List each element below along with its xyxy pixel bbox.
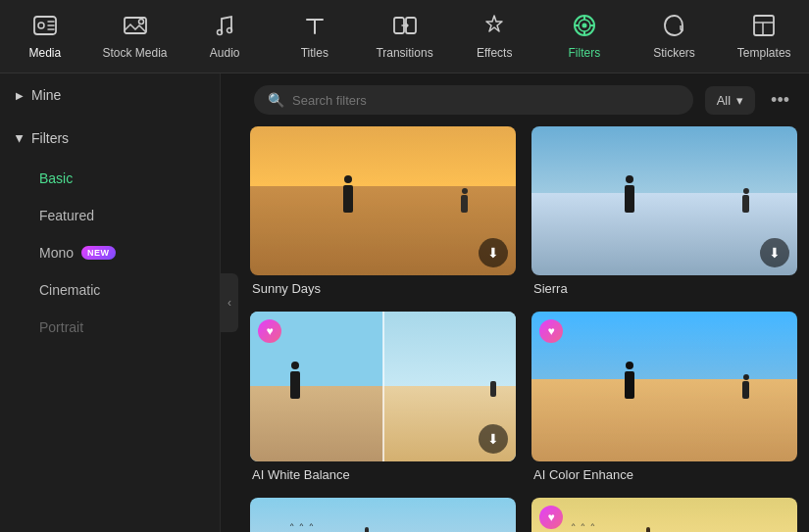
- transitions-icon: [392, 13, 418, 42]
- nav-item-stock-media[interactable]: Stock Media: [90, 0, 180, 73]
- nav-item-templates[interactable]: Templates: [719, 0, 809, 73]
- filter-card-drum2[interactable]: ^ ^ ^ ^ ^ ^ ^ ^ ♥: [531, 498, 797, 532]
- more-icon: •••: [771, 90, 789, 110]
- nav-item-stickers[interactable]: Stickers: [630, 0, 720, 73]
- more-options-button[interactable]: •••: [767, 86, 793, 115]
- sunny-days-figure: [343, 185, 353, 213]
- mine-arrow-icon: ▶: [16, 90, 24, 101]
- sidebar: ▶ Mine ▶ Filters Basic Featured Mono NEW…: [0, 73, 221, 532]
- collapse-arrow-icon: ‹: [228, 296, 231, 310]
- sidebar-mine-label: Mine: [31, 87, 61, 103]
- filters-arrow-icon: ▶: [15, 134, 25, 142]
- ai-color-enhance-label: AI Color Enhance: [531, 467, 797, 482]
- sidebar-mono-label: Mono: [39, 245, 74, 261]
- nav-label-templates: Templates: [737, 46, 791, 60]
- split-line: [382, 312, 384, 460]
- nav-label-stock-media: Stock Media: [102, 46, 167, 60]
- svg-point-5: [228, 28, 232, 33]
- drum2-heart-icon: ♥: [539, 506, 563, 529]
- nav-label-media: Media: [28, 46, 61, 60]
- sidebar-mine-section[interactable]: ▶ Mine: [0, 73, 220, 117]
- nav-label-effects: Effects: [477, 46, 512, 60]
- sidebar-filters-label: Filters: [31, 130, 69, 146]
- sierra-label: Sierra: [531, 281, 797, 296]
- svg-point-3: [138, 20, 143, 24]
- ai-color-figure-small: [742, 381, 749, 399]
- sierra-figure: [625, 185, 634, 213]
- sidebar-cinematic-label: Cinematic: [39, 282, 100, 298]
- filter-grid: ⬇ Sunny Days ⬇ Sierra: [238, 126, 809, 532]
- nav-label-stickers: Stickers: [653, 46, 695, 60]
- media-icon: [32, 13, 58, 42]
- svg-point-10: [581, 24, 586, 28]
- sidebar-portrait-label: Portrait: [39, 319, 83, 335]
- sunny-days-label: Sunny Days: [250, 281, 516, 296]
- search-bar: 🔍 All ▾ •••: [238, 73, 809, 126]
- ai-wb-figure-right: [490, 381, 496, 397]
- drum2-thumbnail: ^ ^ ^ ^ ^ ^ ^ ^ ♥: [531, 498, 797, 532]
- sidebar-item-portrait[interactable]: Portrait: [0, 309, 220, 346]
- drum2-pole: [646, 527, 650, 532]
- ai-color-figure: [625, 371, 634, 399]
- top-nav: Media Stock Media Audio Titles: [0, 0, 809, 73]
- ai-wb-figure-left: [290, 371, 300, 399]
- mono-new-badge: NEW: [81, 246, 116, 260]
- stock-media-icon: [123, 13, 148, 42]
- nav-item-media[interactable]: Media: [0, 0, 90, 73]
- filter-card-ai-white-balance[interactable]: ♥ ⬇ AI White Balance: [250, 312, 516, 481]
- filters-icon: [572, 13, 597, 42]
- search-input[interactable]: [292, 93, 680, 108]
- filter-all-label: All: [717, 93, 731, 108]
- sidebar-item-mono[interactable]: Mono NEW: [0, 234, 220, 271]
- ai-white-balance-label: AI White Balance: [250, 467, 516, 482]
- svg-rect-15: [754, 16, 774, 35]
- main-area: ▶ Mine ▶ Filters Basic Featured Mono NEW…: [0, 73, 809, 532]
- search-icon: 🔍: [268, 92, 284, 108]
- nav-label-filters: Filters: [569, 46, 601, 60]
- nav-item-transitions[interactable]: Transitions: [360, 0, 450, 73]
- sierra-thumbnail: ⬇: [531, 126, 797, 275]
- ai-color-enhance-thumbnail: ♥: [531, 312, 797, 460]
- sunny-days-figure-small: [461, 195, 468, 213]
- audio-icon: [212, 13, 237, 42]
- sidebar-item-featured[interactable]: Featured: [0, 197, 220, 234]
- filter-card-sunny-days[interactable]: ⬇ Sunny Days: [250, 126, 516, 296]
- sidebar-featured-label: Featured: [39, 208, 94, 223]
- filter-all-button[interactable]: All ▾: [705, 86, 755, 115]
- ai-white-balance-thumbnail: ♥ ⬇: [250, 312, 516, 460]
- sunny-days-thumbnail: ⬇: [250, 126, 516, 275]
- drum2-birds-icon: ^ ^ ^ ^ ^ ^ ^ ^: [572, 520, 602, 532]
- drum1-pole: [365, 527, 369, 532]
- nav-item-effects[interactable]: Effects: [449, 0, 539, 73]
- filter-chevron-icon: ▾: [736, 93, 743, 108]
- nav-item-titles[interactable]: Titles: [270, 0, 360, 73]
- filter-card-ai-color-enhance[interactable]: ♥ AI Color Enhance: [531, 312, 797, 481]
- templates-icon: [751, 13, 777, 42]
- sidebar-item-cinematic[interactable]: Cinematic: [0, 271, 220, 309]
- stickers-icon: [662, 13, 687, 42]
- ai-white-balance-download-icon[interactable]: ⬇: [479, 424, 508, 454]
- sidebar-basic-label: Basic: [39, 170, 73, 186]
- content-panel: 🔍 All ▾ ••• ⬇ Su: [238, 73, 809, 532]
- drum1-thumbnail: ^ ^ ^ ^ ^ ^ ^ ^: [250, 498, 516, 532]
- titles-icon: [302, 13, 328, 42]
- filter-card-drum1[interactable]: ^ ^ ^ ^ ^ ^ ^ ^: [250, 498, 516, 532]
- nav-label-audio: Audio: [210, 46, 240, 60]
- nav-item-audio[interactable]: Audio: [179, 0, 270, 73]
- svg-point-1: [38, 23, 44, 28]
- svg-point-4: [218, 30, 223, 35]
- sidebar-item-basic[interactable]: Basic: [0, 160, 220, 197]
- drum1-birds-icon: ^ ^ ^ ^ ^ ^ ^ ^: [290, 520, 321, 532]
- nav-label-titles: Titles: [301, 46, 329, 60]
- search-wrapper[interactable]: 🔍: [254, 85, 693, 115]
- filter-card-sierra[interactable]: ⬇ Sierra: [531, 126, 797, 296]
- sierra-figure-small: [742, 195, 749, 213]
- nav-item-filters[interactable]: Filters: [539, 0, 630, 73]
- sidebar-collapse-handle[interactable]: ‹: [221, 273, 238, 332]
- nav-label-transitions: Transitions: [376, 46, 432, 60]
- effects-icon: [481, 13, 507, 42]
- sidebar-filters-section[interactable]: ▶ Filters: [0, 117, 220, 160]
